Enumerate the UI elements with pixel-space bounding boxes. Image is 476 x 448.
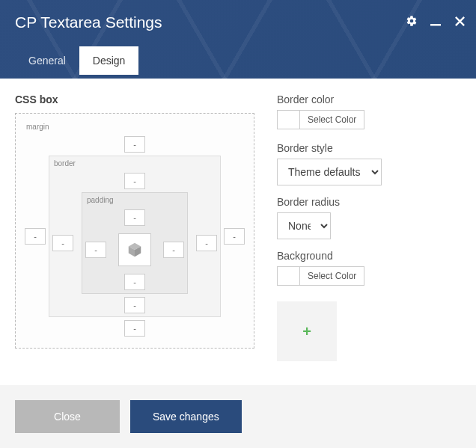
- cube-icon: [126, 242, 143, 258]
- gear-icon[interactable]: [404, 13, 419, 28]
- border-radius-select[interactable]: None: [277, 212, 331, 239]
- cssbox-title: CSS box: [15, 93, 254, 105]
- margin-bottom-input[interactable]: [124, 320, 145, 337]
- content-box: [118, 233, 151, 266]
- border-color-button[interactable]: Select Color: [277, 110, 364, 129]
- tab-design[interactable]: Design: [79, 46, 139, 75]
- border-right-input[interactable]: [196, 235, 217, 251]
- margin-label: margin: [26, 123, 49, 131]
- close-button[interactable]: Close: [15, 400, 120, 433]
- save-button[interactable]: Save changes: [130, 400, 242, 433]
- padding-top-input[interactable]: [124, 209, 145, 226]
- padding-bottom-input[interactable]: [124, 274, 145, 290]
- minimize-icon[interactable]: [428, 13, 443, 28]
- tab-general[interactable]: General: [15, 46, 79, 75]
- close-icon[interactable]: [452, 13, 467, 28]
- padding-label: padding: [87, 196, 114, 204]
- background-label: Background: [277, 250, 461, 262]
- background-color-swatch: [278, 267, 300, 285]
- border-style-label: Border style: [277, 142, 461, 154]
- svg-rect-0: [430, 24, 441, 26]
- border-label: border: [54, 159, 76, 168]
- margin-left-input[interactable]: [25, 228, 46, 245]
- plus-icon: +: [302, 323, 311, 340]
- border-left-input[interactable]: [52, 235, 73, 251]
- background-color-button-label: Select Color: [300, 267, 364, 285]
- margin-top-input[interactable]: [124, 136, 145, 153]
- border-style-select[interactable]: Theme defaults: [277, 159, 382, 185]
- border-top-input[interactable]: [124, 173, 145, 189]
- border-color-button-label: Select Color: [300, 111, 364, 129]
- background-color-button[interactable]: Select Color: [277, 266, 364, 286]
- padding-right-input[interactable]: [163, 242, 184, 258]
- border-color-label: Border color: [277, 93, 461, 105]
- padding-left-input[interactable]: [85, 242, 106, 258]
- border-bottom-input[interactable]: [124, 297, 145, 313]
- css-box-model: margin border padding: [15, 113, 254, 349]
- border-color-swatch: [278, 111, 300, 129]
- border-radius-label: Border radius: [277, 196, 461, 208]
- margin-right-input[interactable]: [224, 228, 245, 245]
- add-background-button[interactable]: +: [277, 301, 337, 361]
